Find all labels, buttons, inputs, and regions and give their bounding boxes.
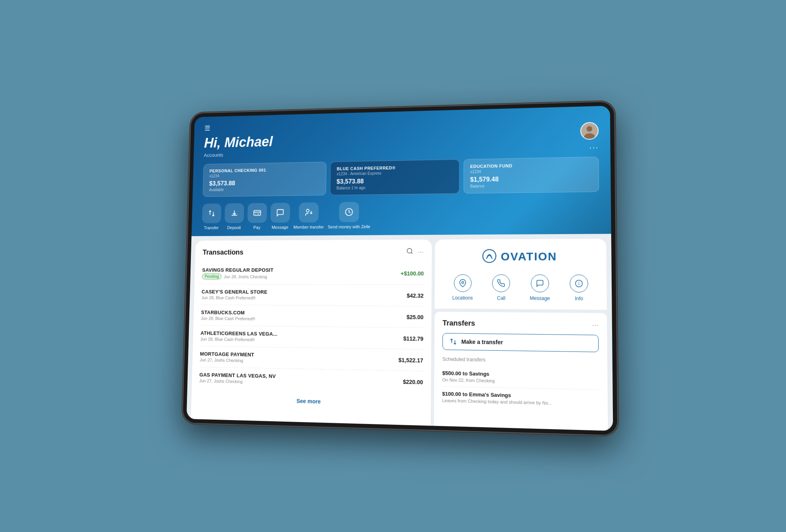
- account-amount-education: $1,579.48: [470, 174, 592, 183]
- greeting: Hi, Michael: [204, 134, 273, 151]
- transfers-title: Transfers: [442, 319, 475, 327]
- more-options-transactions-icon[interactable]: ···: [418, 249, 424, 255]
- menu-icon[interactable]: ☰: [204, 123, 273, 132]
- quick-actions: Transfer Deposit: [202, 199, 599, 230]
- locations-icon: [454, 274, 471, 292]
- pending-badge: Pending: [202, 273, 222, 279]
- account-amount-blue-cash: $3,573.88: [336, 177, 452, 185]
- call-icon: [492, 274, 510, 292]
- ovation-message-icon: [530, 274, 549, 292]
- account-card-checking[interactable]: PERSONAL CHECKING 001 x1234 $3,573.88 Av…: [202, 162, 326, 197]
- transfer-action[interactable]: Transfer: [202, 203, 221, 230]
- info-action[interactable]: Info: [569, 275, 588, 301]
- pay-icon: [247, 203, 267, 223]
- svg-point-9: [483, 249, 496, 262]
- ovation-message-action[interactable]: Message: [530, 274, 550, 301]
- see-more-button[interactable]: See more: [198, 391, 423, 412]
- call-action[interactable]: Call: [492, 274, 510, 301]
- header: ☰ Hi, Michael Accounts ···: [191, 106, 611, 236]
- locations-label: Locations: [452, 295, 472, 301]
- info-icon: [569, 275, 588, 293]
- account-card-education[interactable]: Education fund x1234 $1,579.48 Balance: [463, 156, 599, 193]
- pay-label: Pay: [253, 225, 260, 230]
- transaction-list: SAVINGS REGULAR DEPOSIT Pending Jun 28, …: [199, 262, 424, 393]
- pay-action[interactable]: Pay: [247, 203, 267, 230]
- zelle-icon: [339, 202, 359, 222]
- account-card-blue-cash[interactable]: Blue Cash Preferred® x1234 - American Ex…: [330, 159, 459, 195]
- ovation-logo-icon: [482, 249, 497, 265]
- tablet-screen: ☰ Hi, Michael Accounts ···: [186, 106, 613, 431]
- member-transfer-icon: [299, 203, 319, 223]
- account-sub-blue-cash: x1234 - American Express: [336, 170, 452, 176]
- right-panel: OVATION Locations: [434, 239, 608, 431]
- deposit-icon: [224, 203, 244, 223]
- list-item[interactable]: $100.00 to Emma's Savings Leaves from Ch…: [442, 387, 599, 411]
- table-row[interactable]: CASEY'S GENERAL STORE Jun 28, Blue Cash …: [201, 284, 424, 306]
- table-row[interactable]: SAVINGS REGULAR DEPOSIT Pending Jun 28, …: [202, 262, 424, 285]
- message-label: Message: [271, 225, 288, 230]
- account-amount-checking: $3,573.88: [209, 179, 320, 187]
- call-label: Call: [497, 295, 505, 301]
- tablet: ☰ Hi, Michael Accounts ···: [182, 101, 618, 436]
- deposit-label: Deposit: [227, 225, 241, 230]
- main-content: Transactions ···: [186, 234, 613, 431]
- zelle-label: Send money with Zelle: [327, 224, 370, 229]
- transactions-header: Transactions ···: [202, 247, 424, 257]
- accounts-label: Accounts: [204, 151, 273, 158]
- svg-point-10: [461, 281, 463, 283]
- search-icon[interactable]: [406, 247, 413, 256]
- scheduled-transfers-label: Scheduled transfers: [442, 356, 599, 365]
- avatar[interactable]: [580, 122, 598, 140]
- account-cards: PERSONAL CHECKING 001 x1234 $3,573.88 Av…: [202, 156, 599, 197]
- transfer-label: Transfer: [204, 225, 218, 230]
- account-label-checking: Available: [209, 186, 319, 192]
- account-label-education: Balance: [470, 182, 592, 188]
- more-options-button[interactable]: ···: [589, 143, 599, 152]
- table-row[interactable]: STARBUCKS.COM Jun 28, Blue Cash Preferre…: [200, 305, 423, 328]
- info-label: Info: [575, 296, 583, 301]
- more-options-transfers-icon[interactable]: ···: [592, 322, 598, 328]
- account-sub-checking: x1234: [209, 172, 320, 178]
- deposit-action[interactable]: Deposit: [224, 203, 244, 230]
- ovation-message-label: Message: [530, 296, 550, 301]
- transactions-actions: ···: [406, 247, 424, 256]
- make-transfer-label: Make a transfer: [461, 339, 503, 346]
- ovation-actions: Locations Call: [442, 274, 598, 301]
- message-icon: [270, 203, 290, 223]
- transfer-icon: [202, 203, 221, 223]
- transactions-panel: Transactions ···: [190, 240, 431, 431]
- zelle-action[interactable]: Send money with Zelle: [327, 202, 370, 229]
- transactions-title: Transactions: [202, 248, 243, 257]
- table-row[interactable]: ATHLETICGREENS LAS VEGA... Jun 28, Blue …: [200, 326, 423, 350]
- locations-action[interactable]: Locations: [452, 274, 472, 301]
- svg-rect-3: [254, 210, 260, 216]
- ovation-logo: OVATION: [442, 249, 597, 265]
- member-transfer-action[interactable]: Member transfer: [293, 202, 324, 229]
- ovation-brand-name: OVATION: [500, 250, 557, 263]
- account-label-blue-cash: Balance 1 hr ago: [336, 184, 453, 190]
- transfers-card: Transfers ··· Make a transfer Scheduled …: [434, 312, 608, 431]
- transfers-header: Transfers ···: [442, 319, 599, 329]
- member-transfer-label: Member transfer: [293, 225, 323, 229]
- message-action[interactable]: Message: [270, 203, 290, 229]
- table-row[interactable]: GAS PAYMENT LAS VEGAS, NV Jun 27, Joshs …: [199, 367, 423, 393]
- ovation-card: OVATION Locations: [435, 239, 607, 310]
- svg-point-6: [306, 209, 309, 212]
- make-transfer-button[interactable]: Make a transfer: [442, 333, 598, 352]
- list-item[interactable]: $500.00 to Savings On Nov 22, from Check…: [442, 366, 599, 390]
- svg-point-8: [407, 248, 412, 253]
